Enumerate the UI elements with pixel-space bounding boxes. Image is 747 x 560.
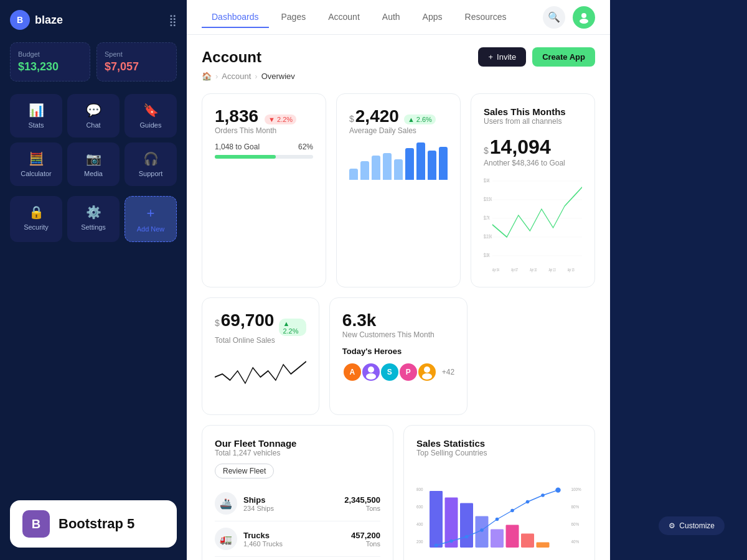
user-avatar[interactable]: [573, 6, 595, 29]
online-badge: ▲ 2.2%: [279, 319, 306, 336]
breadcrumb-current: Overwiev: [261, 72, 295, 81]
svg-text:$13.5K: $13.5K: [484, 233, 492, 239]
hero-1: A: [342, 362, 362, 382]
svg-point-43: [526, 500, 530, 504]
svg-rect-35: [521, 534, 534, 548]
sidebar: B blaze ⣿ Budget $13,230 Spent $7,057 📊 …: [0, 0, 187, 560]
nav-grid: 📊 Stats 💬 Chat 🔖 Guides 🧮 Calculator 📷 M…: [10, 94, 177, 186]
sales-month-sub: Users from all channels: [484, 117, 582, 126]
svg-point-39: [465, 535, 469, 539]
wavy-chart: [215, 352, 306, 402]
new-customers-card: 6.3k New Customers This Month Today's He…: [329, 297, 467, 415]
topnav-auth[interactable]: Auth: [372, 7, 410, 28]
topnav-links: Dashboards Pages Account Auth Apps Resou…: [202, 7, 516, 28]
online-value: 69,700: [221, 310, 275, 330]
settings-icon: ⚙️: [86, 205, 101, 220]
sidebar-item-add-new[interactable]: + Add New: [125, 196, 177, 242]
svg-text:40%: 40%: [571, 539, 580, 544]
svg-rect-29: [430, 491, 443, 548]
fleet-title: Our Fleet Tonnage: [215, 438, 380, 449]
svg-text:80%: 80%: [571, 505, 580, 509]
create-app-button[interactable]: Create App: [532, 47, 595, 67]
svg-text:800: 800: [416, 487, 423, 492]
add-icon: +: [147, 205, 155, 222]
review-fleet-button[interactable]: Review Fleet: [215, 464, 274, 478]
topnav-resources[interactable]: Resources: [455, 7, 517, 28]
sidebar-item-label-media: Media: [84, 170, 103, 177]
sidebar-item-chat[interactable]: 💬 Chat: [67, 94, 120, 138]
search-button[interactable]: 🔍: [543, 6, 565, 29]
sidebar-item-media[interactable]: 📷 Media: [67, 142, 120, 186]
bar-5: [394, 159, 403, 180]
spent-label: Spent: [105, 50, 169, 58]
sidebar-item-support[interactable]: 🎧 Support: [125, 142, 177, 186]
svg-point-37: [435, 544, 438, 548]
orders-badge: ▼ 2.2%: [265, 114, 296, 124]
daily-value: 2,420: [355, 106, 399, 126]
bootstrap-badge: B Bootstrap 5: [10, 500, 177, 548]
svg-text:60%: 60%: [571, 522, 580, 526]
media-icon: 📷: [86, 151, 101, 166]
topnav-apps[interactable]: Apps: [413, 7, 453, 28]
sidebar-item-label-guides: Guides: [140, 121, 162, 129]
svg-text:Apr 07: Apr 07: [511, 266, 518, 272]
sidebar-item-stats[interactable]: 📊 Stats: [10, 94, 62, 138]
trucks-name: Trucks: [243, 531, 283, 540]
sales-sub-label: Another $48,346 to Goal: [484, 159, 582, 167]
svg-point-19: [424, 366, 430, 373]
online-sales-card: $ 69,700 ▲ 2.2% Total Online Sales: [202, 297, 319, 415]
invite-button[interactable]: + Invite: [478, 47, 526, 67]
sidebar-item-calculator[interactable]: 🧮 Calculator: [10, 142, 62, 186]
bottom-grid: Our Fleet Tonnage Total 1,247 vehicles R…: [202, 425, 595, 560]
svg-text:$24K: $24K: [484, 177, 490, 183]
svg-text:Apr 04: Apr 04: [492, 266, 499, 272]
spent-value: $7,057: [105, 60, 169, 73]
breadcrumb-section[interactable]: Account: [222, 72, 251, 81]
svg-text:200: 200: [416, 539, 423, 544]
svg-text:Apr 10: Apr 10: [530, 266, 537, 272]
page-title: Account: [202, 49, 261, 66]
customize-button[interactable]: ⚙ Customize: [659, 516, 725, 535]
topnav-pages[interactable]: Pages: [271, 7, 316, 28]
fleet-row-ships-left: 🚢 Ships 234 Ships: [215, 492, 274, 515]
daily-sales-card: $ 2,420 ▲ 2.6% Average Daily Sales: [336, 93, 461, 287]
sales-stats-sub: Top Selling Countries: [416, 449, 582, 457]
svg-rect-34: [506, 525, 519, 548]
orders-label: Orders This Month: [215, 126, 313, 135]
chat-icon: 💬: [86, 103, 101, 118]
heroes-title: Today's Heroes: [342, 347, 454, 356]
bar-6: [405, 148, 414, 180]
svg-point-1: [580, 19, 588, 24]
sales-month-title: Sales This Months: [484, 106, 582, 117]
topnav-account[interactable]: Account: [318, 7, 370, 28]
bar-1: [349, 169, 358, 180]
menu-icon[interactable]: ⣿: [169, 13, 177, 27]
svg-point-44: [541, 493, 545, 497]
svg-point-18: [366, 373, 376, 380]
sidebar-item-label-support: Support: [139, 170, 163, 177]
online-prefix: $: [215, 318, 220, 328]
orders-goal-pct: 62%: [298, 142, 313, 151]
breadcrumb: 🏠 › Account › Overwiev: [202, 72, 595, 81]
sidebar-item-guides[interactable]: 🔖 Guides: [125, 94, 177, 138]
breadcrumb-home[interactable]: 🏠: [202, 72, 212, 81]
calculator-icon: 🧮: [29, 151, 44, 166]
sidebar-item-settings[interactable]: ⚙️ Settings: [67, 196, 120, 242]
trucks-unit: Tons: [351, 540, 380, 548]
svg-rect-31: [460, 503, 473, 548]
stats-icon: 📊: [29, 103, 44, 118]
sidebar-item-label-stats: Stats: [28, 121, 44, 129]
sidebar-item-security[interactable]: 🔒 Security: [10, 196, 62, 242]
logo-text: blaze: [35, 14, 63, 27]
page-header: Account + Invite Create App: [202, 47, 595, 67]
spent-card: Spent $7,057: [96, 42, 177, 82]
stats-row-1: 1,836 ▼ 2.2% Orders This Month 1,048 to …: [202, 93, 595, 287]
daily-badge: ▲ 2.6%: [404, 114, 436, 124]
sidebar-item-label-security: Security: [24, 223, 49, 231]
svg-point-38: [449, 539, 453, 543]
ships-unit: Tons: [344, 505, 380, 512]
svg-point-42: [510, 509, 514, 513]
topnav-dashboards[interactable]: Dashboards: [202, 7, 269, 28]
support-icon: 🎧: [143, 151, 159, 166]
svg-text:$20.5K: $20.5K: [484, 196, 492, 202]
